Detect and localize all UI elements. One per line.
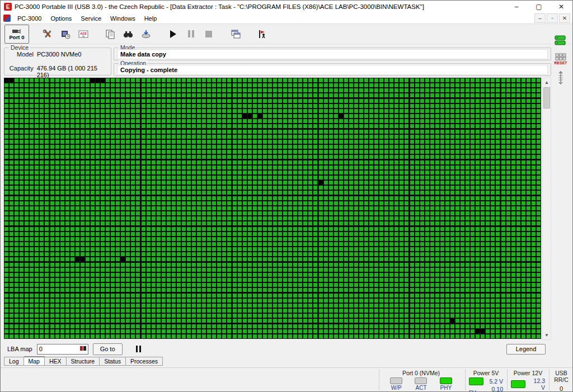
pause-button[interactable]: [182, 26, 199, 42]
power-12v-title: Power 12V: [508, 370, 548, 376]
power-5v-voltage: 5.2 V: [487, 378, 503, 385]
power-12v-group: Power 12V 12.3 V 12V 0.14 A: [507, 369, 548, 390]
tab-status[interactable]: Status: [100, 357, 126, 366]
maximize-button[interactable]: ▢: [528, 1, 550, 13]
scrollbar-thumb[interactable]: [543, 87, 550, 108]
port-status-group: Port 0 (NVMe) W/PACTPHY: [379, 369, 463, 390]
copy-page-icon: [105, 29, 115, 39]
binoculars-icon: [123, 29, 133, 39]
device-model-value: PC3000 NVMe0: [37, 51, 82, 58]
device-model-label: Model: [4, 51, 34, 58]
mode-value: Make data copy: [117, 49, 548, 59]
cascade-icon: [231, 29, 241, 39]
power-12v-led: [511, 380, 525, 388]
menu-item-pc-3000[interactable]: PC-3000: [13, 14, 46, 23]
led-indicator: [390, 377, 402, 384]
tab-processes[interactable]: Processes: [126, 357, 163, 366]
menu-items: PC-3000OptionsServiceWindowsHelp: [13, 13, 161, 23]
ace-icon: ACE%: [78, 29, 88, 39]
usb-status-value: 0: [549, 385, 573, 392]
chip-test-button[interactable]: [57, 26, 74, 42]
app-window: E PC-3000 Portable III (USB 3.0) - the C…: [0, 0, 573, 392]
led-phy: PHY: [440, 377, 452, 391]
scroll-down-icon[interactable]: ▼: [543, 331, 551, 339]
operation-value: Copying - complete: [117, 65, 548, 75]
pause-indicator-icon[interactable]: [136, 346, 141, 352]
usb-status-group: USB RR/C 0: [549, 369, 573, 390]
lba-bar: LBA map Go to Legend: [4, 343, 569, 355]
tab-structure[interactable]: Structure: [67, 357, 100, 366]
reset-grid-icon: [555, 53, 566, 61]
mdi-restore-button[interactable]: ▫: [547, 13, 558, 23]
lba-input-badge-icon[interactable]: [79, 345, 87, 352]
port-status-title: Port 0 (NVMe): [379, 370, 463, 376]
exit-icon: [257, 29, 267, 39]
stop-icon: [205, 31, 212, 37]
right-tool-panel: RESET: [551, 34, 570, 85]
eject-disk-icon: [141, 29, 151, 39]
mdi-minimize-button[interactable]: –: [534, 13, 546, 23]
pause-icon: [188, 30, 194, 37]
menu-item-options[interactable]: Options: [46, 14, 76, 23]
window-title: PC-3000 Portable III (USB 3.0) - the Cze…: [15, 3, 424, 10]
menu-item-windows[interactable]: Windows: [106, 14, 140, 23]
menu-item-help[interactable]: Help: [140, 14, 162, 23]
cascade-windows-button[interactable]: [227, 26, 244, 42]
led-w-p: W/P: [390, 377, 402, 391]
map-scrollbar[interactable]: ▲ ▼: [542, 78, 551, 340]
port-0-button[interactable]: Port 0: [4, 25, 29, 44]
led-act: ACT: [415, 377, 427, 391]
power-5v-current: 0.10 A: [487, 386, 503, 392]
search-button[interactable]: [120, 26, 137, 42]
start-button[interactable]: [165, 26, 181, 42]
power-5v-title: Power 5V: [466, 370, 506, 376]
power-12v-voltage: 12.3 V: [529, 377, 545, 391]
lba-input[interactable]: [37, 346, 78, 353]
led-label: ACT: [415, 385, 426, 391]
device-capacity-label: Capacity: [4, 65, 34, 78]
bottom-tabs: LogMapHEXStructureStatusProcesses: [4, 357, 163, 366]
map-grid[interactable]: [4, 78, 541, 339]
tab-hex[interactable]: HEX: [45, 357, 67, 366]
tools-button[interactable]: [39, 26, 56, 42]
toolbar: Port 0 ACE%: [1, 23, 572, 44]
port-plug-icon: [12, 28, 22, 35]
scroll-up-icon[interactable]: ▲: [543, 78, 551, 87]
menubar: PC-3000OptionsServiceWindowsHelp – ▫ ✕: [1, 13, 572, 24]
port-0-label: Port 0: [10, 35, 25, 40]
power-5v-group: Power 5V 5.2 V 5V 0.10 A: [465, 369, 506, 390]
close-button[interactable]: ✕: [550, 1, 572, 13]
operation-group: Operation Copying - complete: [114, 63, 551, 76]
power-5v-led: [469, 377, 483, 385]
port-leds: W/PACTPHY: [379, 377, 463, 391]
device-group-legend: Device: [9, 44, 30, 51]
power-5v-rail-label: 5V: [469, 389, 483, 392]
led-indicator: [415, 377, 427, 384]
app-icon: E: [4, 3, 12, 11]
statusbar: Port 0 (NVMe) W/PACTPHY Power 5V 5.2 V 5…: [1, 367, 572, 391]
drive-stack-icon[interactable]: [554, 34, 567, 48]
stop-button[interactable]: [200, 26, 217, 42]
ace-utility-button[interactable]: ACE%: [75, 26, 92, 42]
play-icon: [170, 30, 176, 38]
device-capacity-value: 476.94 GB (1 000 215 216): [37, 65, 111, 78]
copy-task-button[interactable]: [102, 26, 119, 42]
reset-button[interactable]: RESET: [554, 53, 567, 65]
svg-text:%: %: [82, 35, 84, 37]
tab-log[interactable]: Log: [4, 357, 24, 366]
mode-group: Mode Make data copy: [114, 48, 551, 60]
mdi-close-button[interactable]: ✕: [559, 13, 570, 23]
sector-map-panel: ▲ ▼: [4, 78, 551, 340]
reset-label: RESET: [554, 61, 567, 65]
exit-task-button[interactable]: [254, 26, 271, 42]
goto-button[interactable]: Go to: [93, 343, 123, 355]
export-button[interactable]: [138, 26, 154, 42]
minimize-button[interactable]: –: [505, 1, 528, 13]
device-group: Device Model PC3000 NVMe0 Capacity 476.9…: [4, 48, 111, 75]
menu-item-service[interactable]: Service: [76, 14, 106, 23]
legend-button[interactable]: Legend: [506, 344, 546, 355]
mdi-child-icon[interactable]: [3, 15, 11, 22]
tab-map[interactable]: Map: [24, 356, 45, 366]
led-label: W/P: [391, 385, 402, 391]
temperature-icon[interactable]: [556, 70, 565, 85]
